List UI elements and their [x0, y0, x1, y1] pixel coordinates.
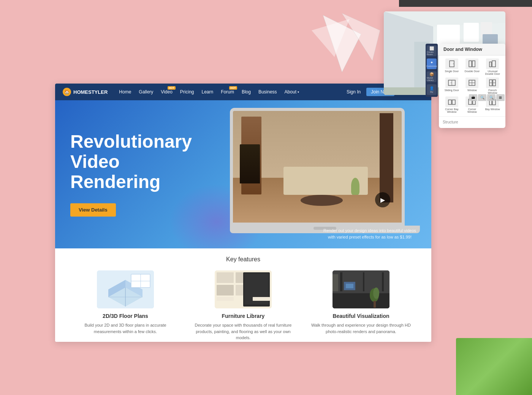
video-badge: HOT	[168, 86, 176, 90]
svg-rect-60	[363, 272, 364, 291]
double-door-label: Double Door	[465, 70, 480, 73]
svg-rect-46	[217, 272, 234, 283]
nav-forum[interactable]: Forum HOT	[217, 89, 238, 95]
corner-window-label: Corner Window	[463, 108, 481, 113]
nav-blog[interactable]: Blog	[238, 89, 255, 95]
shelf	[380, 113, 393, 202]
plant	[351, 178, 359, 194]
svg-rect-54	[217, 297, 234, 301]
render-info: Render out your design ideas into beauti…	[323, 228, 416, 241]
feature-furniture: Furniture Library Decorate your space wi…	[188, 270, 298, 341]
toolbar-btn-3[interactable]: 🔍	[487, 94, 496, 101]
navbar: 🏠 HOMESTYLER Home Gallery Video HOT Pric…	[55, 84, 431, 100]
nav-learn[interactable]: Learn	[198, 89, 217, 95]
corner-bay-label: Corner Bay Window	[443, 108, 461, 113]
svg-rect-19	[492, 61, 496, 67]
svg-point-63	[373, 288, 379, 299]
create-room-btn[interactable]: ⬜ Create Room	[427, 46, 437, 56]
model-library-btn[interactable]: 📦 Model Library	[427, 71, 437, 82]
feature-floor-plans: 2D/3D Floor Plans Build your 2D and 3D f…	[70, 270, 180, 341]
structure-label: Structure	[443, 120, 458, 124]
window-item[interactable]: Window	[463, 77, 481, 94]
laptop-mockup: ▶	[230, 108, 420, 245]
svg-rect-64	[374, 301, 376, 308]
render-info-line2: with varied preset effects for as low as…	[323, 234, 416, 241]
corner-bay-item[interactable]: Corner Bay Window	[443, 96, 461, 113]
svg-rect-16	[469, 61, 472, 67]
main-website: 🏠 HOMESTYLER Home Gallery Video HOT Pric…	[55, 84, 431, 342]
logo-icon: 🏠	[63, 88, 71, 96]
nav-pricing[interactable]: Pricing	[176, 89, 198, 95]
feature-visualization: Beautiful Visualization Walk through and…	[306, 270, 416, 341]
svg-rect-5	[464, 23, 479, 42]
nav-about[interactable]: About ▾	[281, 89, 303, 95]
svg-rect-59	[340, 272, 342, 291]
editor-sidebar: ⬜ Create Room ✦ Customize 📦 Model Librar…	[426, 44, 438, 97]
nav-home[interactable]: Home	[115, 89, 135, 95]
my-btn[interactable]: 👤 My	[427, 84, 437, 95]
customize-label: Customize	[426, 65, 437, 67]
nav-video[interactable]: Video HOT	[157, 89, 176, 95]
about-dropdown-icon: ▾	[298, 90, 299, 94]
editor-panel: Door and Window Single Door Double Door …	[439, 44, 505, 128]
features-grid: 2D/3D Floor Plans Build your 2D and 3D f…	[70, 270, 416, 341]
hero-section: Revolutionary Video Rendering View Detai…	[55, 100, 431, 248]
visualization-image	[332, 270, 390, 308]
logo[interactable]: 🏠 HOMESTYLER	[63, 88, 108, 96]
unusual-door-item[interactable]: Unusual Double Door	[483, 58, 502, 75]
landscape-patch	[456, 338, 532, 395]
view-details-btn[interactable]: View Details	[70, 204, 116, 217]
svg-rect-31	[452, 100, 455, 104]
logo-text: HOMESTYLER	[73, 89, 108, 95]
unusual-door-label: Unusual Double Door	[483, 70, 502, 75]
coffee-table	[301, 195, 343, 206]
svg-rect-18	[489, 62, 491, 67]
visualization-name: Beautiful Visualization	[306, 313, 416, 319]
sign-in-btn[interactable]: Sign In	[347, 89, 361, 95]
customize-btn[interactable]: ✦ Customize	[427, 58, 437, 69]
nav-business[interactable]: Business	[255, 89, 281, 95]
toolbar-btn-2[interactable]: 🔍	[478, 94, 486, 101]
play-button[interactable]: ▶	[375, 192, 390, 207]
white-shapes-decoration	[312, 11, 388, 80]
single-door-label: Single Door	[445, 70, 459, 73]
toolbar-btn-1[interactable]: 🏔	[469, 94, 477, 101]
forum-badge: HOT	[229, 86, 237, 90]
nav-menu: Home Gallery Video HOT Pricing Learn For…	[115, 89, 347, 95]
french-window-item[interactable]: French Window	[483, 77, 502, 94]
svg-rect-55	[253, 297, 270, 301]
create-room-label: Create Room	[427, 51, 437, 55]
french-window-label: French Window	[483, 89, 502, 94]
floor-plans-desc: Build your 2D and 3D floor plans in accu…	[70, 322, 180, 335]
nav-gallery[interactable]: Gallery	[135, 89, 157, 95]
dark-topbar	[399, 0, 532, 7]
my-label: My	[430, 91, 433, 93]
window-label: Window	[467, 89, 477, 92]
render-info-line1: Render out your design ideas into beauti…	[323, 228, 416, 234]
furniture-name: Furniture Library	[188, 313, 298, 319]
furniture-desc: Decorate your space with thousands of re…	[188, 322, 298, 341]
interior-scene	[233, 111, 402, 223]
laptop-screen: ▶	[230, 108, 405, 226]
svg-rect-67	[332, 274, 338, 291]
model-library-label: Model Library	[427, 77, 437, 81]
toolbar-mini: 🏔 🔍 🔍 ⊞	[469, 94, 505, 101]
svg-rect-61	[382, 272, 384, 291]
floor-plans-image	[97, 270, 154, 308]
double-door-item[interactable]: Double Door	[463, 58, 481, 75]
floor-plans-name: 2D/3D Floor Plans	[70, 313, 180, 319]
svg-rect-49	[217, 285, 234, 295]
toolbar-btn-4[interactable]: ⊞	[496, 94, 505, 101]
single-door-item[interactable]: Single Door	[443, 58, 461, 75]
features-section: Key features	[55, 248, 431, 342]
hero-text-block: Revolutionary Video Rendering View Detai…	[70, 132, 215, 216]
sliding-door-item[interactable]: Sliding Door	[443, 77, 461, 94]
editor-panel-header: Door and Window	[439, 44, 505, 55]
svg-rect-66	[346, 284, 353, 288]
svg-rect-30	[448, 100, 451, 104]
visualization-desc: Walk through and experience your design …	[306, 322, 416, 335]
hero-title: Revolutionary Video Rendering	[70, 132, 215, 192]
fireplace	[240, 144, 260, 183]
bay-window-label: Bay Window	[485, 108, 500, 111]
svg-rect-58	[332, 293, 390, 308]
